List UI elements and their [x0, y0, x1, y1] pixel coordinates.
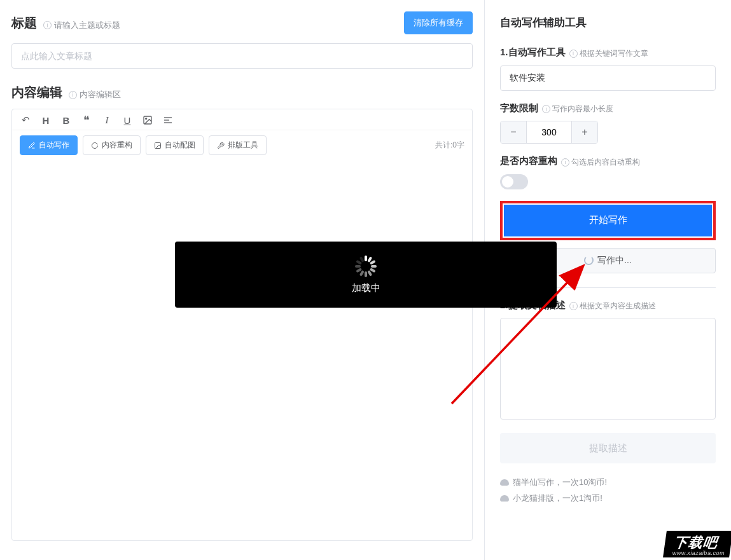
format-toolbar: ↶ H B ❝ I U — [12, 109, 472, 130]
info-icon: i — [561, 158, 569, 167]
content-edit-hint: 内容编辑区 — [80, 89, 121, 100]
action-toolbar: 自动写作 内容重构 自动配图 排版工具 共计:0字 — [12, 130, 472, 160]
info-icon: i — [43, 21, 52, 29]
restructure-toggle[interactable] — [500, 174, 528, 189]
loading-spinner-icon — [584, 256, 594, 265]
info-icon: i — [542, 105, 550, 113]
underline-icon[interactable]: U — [122, 114, 133, 126]
footer-notes: 猫半仙写作，一次10淘币! 小龙猫排版，一次1淘币! — [500, 475, 716, 506]
auto-image-button[interactable]: 自动配图 — [146, 135, 204, 155]
word-limit-label: 字数限制 — [500, 102, 538, 114]
restructure-label: 是否内容重构 — [500, 155, 557, 167]
bold-icon[interactable]: B — [60, 114, 72, 126]
article-title-input[interactable] — [11, 43, 473, 69]
content-edit-label: 内容编辑 — [11, 84, 62, 101]
title-header-row: 标题 i 请输入主题或标题 清除所有缓存 — [11, 11, 473, 34]
heading-icon[interactable]: H — [40, 114, 52, 126]
quote-icon[interactable]: ❝ — [81, 114, 92, 126]
loading-text: 加载中 — [352, 282, 380, 294]
section1-label: 1.自动写作工具 — [500, 46, 566, 58]
svg-point-1 — [146, 118, 147, 120]
cloud-icon — [500, 495, 509, 502]
title-hint: 请输入主题或标题 — [54, 20, 120, 31]
restructure-button[interactable]: 内容重构 — [83, 135, 141, 155]
start-writing-button[interactable]: 开始写作 — [504, 205, 712, 236]
content-edit-header: 内容编辑 i 内容编辑区 — [11, 84, 473, 101]
loading-overlay: 加载中 — [175, 242, 557, 308]
watermark-logo: 下载吧 www.xiazaiba.com — [663, 531, 731, 557]
extract-description-button[interactable]: 提取描述 — [500, 433, 716, 463]
title-label: 标题 — [11, 15, 37, 32]
italic-icon[interactable]: I — [101, 114, 113, 126]
image-icon[interactable] — [142, 114, 153, 126]
editor-box: ↶ H B ❝ I U 自动写作 内容 — [11, 109, 473, 541]
word-count: 共计:0字 — [435, 140, 464, 151]
info-icon: i — [569, 302, 578, 310]
word-limit-stepper: − + — [500, 121, 598, 144]
highlight-annotation: 开始写作 — [500, 201, 716, 240]
undo-icon[interactable]: ↶ — [20, 114, 31, 126]
info-icon: i — [69, 91, 77, 99]
keyword-input[interactable] — [500, 65, 716, 91]
clear-cache-button[interactable]: 清除所有缓存 — [404, 11, 473, 34]
layout-tool-button[interactable]: 排版工具 — [209, 135, 267, 155]
word-limit-input[interactable] — [526, 121, 572, 143]
cloud-icon — [500, 479, 509, 486]
description-textarea[interactable] — [500, 318, 716, 420]
info-icon: i — [569, 50, 578, 58]
sidebar-title: 自动写作辅助工具 — [500, 15, 716, 30]
stepper-increase-button[interactable]: + — [572, 121, 597, 143]
loading-spinner-icon — [355, 256, 377, 277]
align-icon[interactable] — [162, 114, 174, 126]
auto-write-button[interactable]: 自动写作 — [20, 135, 78, 155]
stepper-decrease-button[interactable]: − — [501, 121, 526, 143]
